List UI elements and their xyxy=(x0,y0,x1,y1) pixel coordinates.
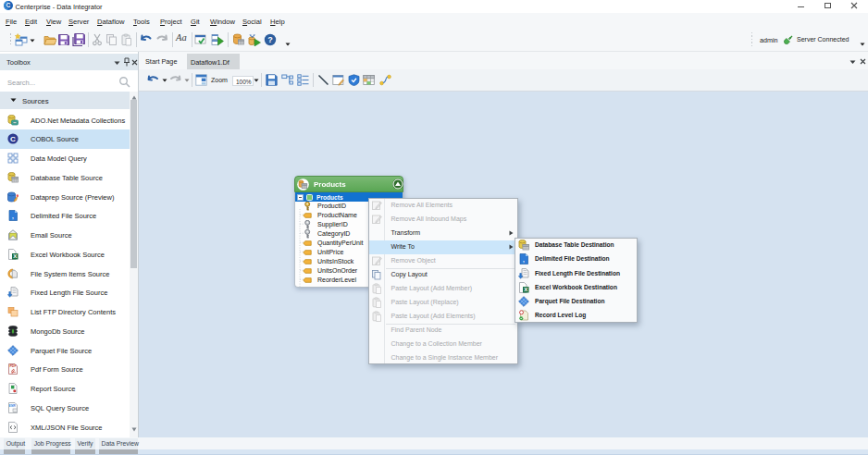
svg-text:X: X xyxy=(524,287,527,292)
svg-text:X: X xyxy=(13,253,17,259)
svg-text:SQL: SQL xyxy=(9,403,15,407)
svg-text:?: ? xyxy=(267,35,273,44)
svg-text:PDF: PDF xyxy=(9,364,17,368)
svg-text:C: C xyxy=(6,2,11,8)
svg-text:C: C xyxy=(10,135,16,143)
svg-text:,: , xyxy=(523,256,525,264)
svg-text:,: , xyxy=(12,213,14,220)
